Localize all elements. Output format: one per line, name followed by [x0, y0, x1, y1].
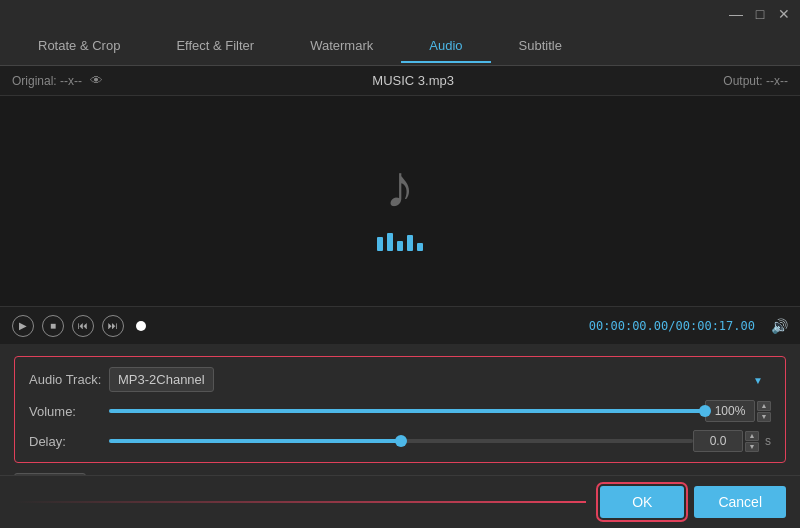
maximize-button[interactable]: □ [752, 6, 768, 22]
original-label: Original: --x-- [12, 74, 82, 88]
minimize-button[interactable]: — [728, 6, 744, 22]
volume-slider-fill [109, 409, 705, 413]
playback-bar: ▶ ■ ⏮ ⏭ 00:00:00.00/00:00:17.00 🔊 [0, 306, 800, 344]
time-total: 00:00:17.00 [676, 319, 755, 333]
delay-slider-track[interactable] [109, 439, 693, 443]
audio-control-box: Audio Track: MP3-2Channel Volume: ▲ ▼ [14, 356, 786, 463]
volume-row: Volume: ▲ ▼ [29, 400, 771, 422]
delay-down-button[interactable]: ▼ [745, 442, 759, 452]
music-icon: ♪ [385, 152, 415, 221]
volume-spin-buttons: ▲ ▼ [757, 401, 771, 422]
progress-indicator [136, 321, 146, 331]
delay-label: Delay: [29, 434, 109, 449]
bottom-bar: OK Cancel [0, 475, 800, 528]
eq-bar [377, 237, 383, 251]
next-button[interactable]: ⏭ [102, 315, 124, 337]
tab-audio[interactable]: Audio [401, 30, 490, 63]
prev-button[interactable]: ⏮ [72, 315, 94, 337]
audio-track-select-wrapper: MP3-2Channel [109, 367, 771, 392]
ok-button[interactable]: OK [600, 486, 684, 518]
time-display: 00:00:00.00/00:00:17.00 [154, 319, 755, 333]
audio-track-select[interactable]: MP3-2Channel [109, 367, 214, 392]
tab-subtitle[interactable]: Subtitle [491, 30, 590, 63]
volume-slider-wrapper [109, 409, 705, 413]
time-current: 00:00:00.00 [589, 319, 668, 333]
file-name: MUSIC 3.mp3 [103, 73, 723, 88]
eq-bar [417, 243, 423, 251]
delay-value-wrapper: ▲ ▼ s [693, 430, 771, 452]
tab-effect-filter[interactable]: Effect & Filter [148, 30, 282, 63]
volume-down-button[interactable]: ▼ [757, 412, 771, 422]
delay-row: Delay: ▲ ▼ s [29, 430, 771, 452]
eq-bar [397, 241, 403, 251]
close-button[interactable]: ✕ [776, 6, 792, 22]
volume-value-wrapper: ▲ ▼ [705, 400, 771, 422]
delay-slider-fill [109, 439, 401, 443]
preview-header: Original: --x-- 👁 MUSIC 3.mp3 Output: --… [0, 66, 800, 96]
volume-icon[interactable]: 🔊 [771, 318, 788, 334]
equalizer [377, 231, 423, 251]
delay-up-button[interactable]: ▲ [745, 431, 759, 441]
title-bar: — □ ✕ [0, 0, 800, 28]
volume-input[interactable] [705, 400, 755, 422]
delay-slider-wrapper [109, 439, 693, 443]
tab-bar: Rotate & Crop Effect & Filter Watermark … [0, 28, 800, 66]
output-label: Output: --x-- [723, 74, 788, 88]
eq-bar [407, 235, 413, 251]
tab-watermark[interactable]: Watermark [282, 30, 401, 63]
preview-area: ♪ [0, 96, 800, 306]
volume-slider-track[interactable] [109, 409, 705, 413]
audio-track-label: Audio Track: [29, 372, 109, 387]
volume-slider-thumb[interactable] [699, 405, 711, 417]
audio-track-row: Audio Track: MP3-2Channel [29, 367, 771, 392]
delay-input[interactable] [693, 430, 743, 452]
delay-spin-buttons: ▲ ▼ [745, 431, 759, 452]
arrow-line [14, 501, 586, 503]
eye-icon[interactable]: 👁 [90, 73, 103, 88]
delay-unit-label: s [765, 434, 771, 448]
delay-slider-thumb[interactable] [395, 435, 407, 447]
cancel-button[interactable]: Cancel [694, 486, 786, 518]
eq-bar [387, 233, 393, 251]
tab-rotate-crop[interactable]: Rotate & Crop [10, 30, 148, 63]
volume-label: Volume: [29, 404, 109, 419]
play-button[interactable]: ▶ [12, 315, 34, 337]
stop-button[interactable]: ■ [42, 315, 64, 337]
time-separator: / [668, 319, 675, 333]
volume-up-button[interactable]: ▲ [757, 401, 771, 411]
